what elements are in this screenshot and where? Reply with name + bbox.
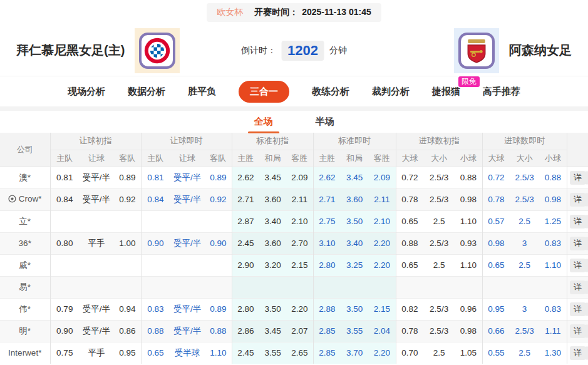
odds-cell[interactable] — [205, 210, 232, 232]
detail-button[interactable]: 详 — [570, 237, 585, 250]
odds-cell[interactable]: 0.72 — [482, 167, 510, 188]
odds-cell[interactable]: 2.85 — [313, 320, 341, 342]
odds-cell[interactable]: 0.78 — [482, 188, 510, 210]
odds-cell[interactable]: 2.5 — [510, 210, 539, 232]
odds-cell[interactable]: 3.55 — [341, 320, 368, 342]
odds-cell[interactable]: 2.62 — [313, 167, 341, 188]
odds-cell[interactable]: 受半球 — [170, 342, 205, 364]
odds-cell[interactable]: 受平/半 — [170, 188, 205, 210]
detail-button[interactable]: 详 — [570, 215, 585, 229]
odds-cell[interactable]: 2.5 — [510, 342, 539, 364]
odds-cell[interactable]: 1.11 — [539, 320, 567, 342]
odds-cell[interactable] — [170, 210, 205, 232]
odds-cell[interactable]: 2.5/3 — [510, 167, 539, 188]
odds-cell[interactable] — [482, 276, 510, 298]
odds-cell[interactable]: 0.88 — [141, 320, 170, 342]
odds-cell[interactable]: 0.66 — [482, 320, 510, 342]
detail-button[interactable]: 详 — [570, 302, 585, 316]
odds-cell[interactable] — [313, 276, 341, 298]
detail-button[interactable]: 详 — [570, 324, 585, 338]
odds-cell[interactable]: 0.65 — [482, 254, 510, 276]
odds-cell[interactable]: 2.5/3 — [510, 188, 539, 210]
odds-cell[interactable] — [170, 276, 205, 298]
odds-cell[interactable]: 0.88 — [539, 167, 567, 188]
odds-cell[interactable]: 2.80 — [313, 254, 341, 276]
odds-cell[interactable]: 3.45 — [341, 167, 368, 188]
tab-jiebao-cat[interactable]: 捷报猫 限免 — [432, 86, 460, 98]
odds-cell[interactable]: 0.65 — [141, 342, 170, 364]
odds-cell[interactable]: 2.88 — [313, 298, 341, 320]
odds-cell[interactable]: 受平/半 — [170, 167, 205, 188]
odds-cell[interactable]: 0.92 — [205, 188, 232, 210]
detail-button[interactable]: 详 — [570, 346, 585, 360]
odds-cell[interactable]: 3.10 — [313, 232, 341, 254]
tab-data-analysis[interactable]: 数据分析 — [128, 86, 165, 98]
odds-cell[interactable]: 0.95 — [482, 298, 510, 320]
odds-cell[interactable]: 3.40 — [341, 232, 368, 254]
odds-cell[interactable]: 0.89 — [205, 298, 232, 320]
odds-cell[interactable]: 3.50 — [341, 210, 368, 232]
odds-cell[interactable]: 受平/半 — [170, 232, 205, 254]
odds-cell[interactable] — [170, 254, 205, 276]
odds-cell[interactable]: 2.5/3 — [510, 320, 539, 342]
odds-cell[interactable]: 0.84 — [141, 188, 170, 210]
odds-cell[interactable]: 2.85 — [313, 342, 341, 364]
odds-cell[interactable] — [205, 276, 232, 298]
odds-cell[interactable]: 0.57 — [482, 210, 510, 232]
odds-cell[interactable]: 2.20 — [368, 342, 396, 364]
odds-cell[interactable]: 3.25 — [341, 254, 368, 276]
odds-cell[interactable]: 1.10 — [539, 254, 567, 276]
odds-cell[interactable]: 0.83 — [141, 298, 170, 320]
odds-cell[interactable]: 2.11 — [368, 188, 396, 210]
odds-cell[interactable]: 3 — [510, 298, 539, 320]
odds-cell[interactable]: 2.10 — [368, 210, 396, 232]
odds-cell[interactable] — [205, 254, 232, 276]
odds-cell[interactable]: 受平/半 — [170, 320, 205, 342]
odds-cell[interactable]: 1.25 — [539, 210, 567, 232]
tab-three-in-one[interactable]: 三合一 — [239, 81, 289, 103]
odds-cell[interactable]: 0.81 — [141, 167, 170, 188]
odds-cell[interactable]: 0.83 — [539, 298, 567, 320]
odds-cell[interactable]: 0.89 — [205, 167, 232, 188]
odds-cell[interactable]: 0.90 — [141, 232, 170, 254]
odds-cell[interactable]: 0.88 — [205, 320, 232, 342]
odds-cell[interactable]: 0.98 — [482, 232, 510, 254]
odds-cell[interactable]: 0.90 — [205, 232, 232, 254]
odds-cell[interactable]: 2.04 — [368, 320, 396, 342]
detail-button[interactable]: 详 — [570, 193, 585, 207]
odds-cell[interactable]: 3.50 — [341, 298, 368, 320]
odds-cell[interactable] — [141, 254, 170, 276]
odds-cell[interactable]: 2.09 — [368, 167, 396, 188]
subtab-half-match[interactable]: 半场 — [314, 113, 336, 130]
odds-cell[interactable]: 0.55 — [482, 342, 510, 364]
tab-expert-picks[interactable]: 高手推荐 — [483, 86, 520, 98]
odds-cell[interactable] — [141, 276, 170, 298]
odds-cell[interactable]: 2.15 — [368, 298, 396, 320]
odds-cell[interactable]: 1.10 — [205, 342, 232, 364]
odds-cell[interactable]: 0.98 — [539, 188, 567, 210]
odds-cell[interactable]: 2.5 — [510, 254, 539, 276]
odds-cell[interactable]: 1.30 — [539, 342, 567, 364]
odds-cell[interactable]: 3 — [510, 232, 539, 254]
odds-cell[interactable]: 3.60 — [341, 188, 368, 210]
odds-cell[interactable]: 3.70 — [341, 342, 368, 364]
odds-cell[interactable] — [539, 276, 567, 298]
subtab-full-match[interactable]: 全场 — [253, 113, 274, 130]
odds-cell[interactable] — [510, 276, 539, 298]
odds-cell[interactable]: 2.20 — [368, 254, 396, 276]
tab-coach-analysis[interactable]: 教练分析 — [312, 86, 349, 98]
odds-cell[interactable] — [368, 276, 396, 298]
odds-cell[interactable]: 2.75 — [313, 210, 341, 232]
odds-cell[interactable] — [141, 210, 170, 232]
tab-referee-analysis[interactable]: 裁判分析 — [372, 86, 410, 98]
odds-cell[interactable] — [341, 276, 368, 298]
odds-cell[interactable]: 0.83 — [539, 232, 567, 254]
detail-button[interactable]: 详 — [570, 259, 585, 272]
odds-cell[interactable]: 2.20 — [368, 232, 396, 254]
odds-cell[interactable]: 受平/半 — [170, 298, 205, 320]
odds-cell[interactable]: 2.71 — [313, 188, 341, 210]
detail-button[interactable]: 详 — [570, 171, 585, 185]
tab-live-analysis[interactable]: 现场分析 — [68, 86, 105, 98]
tab-win-draw-loss[interactable]: 胜平负 — [188, 86, 216, 98]
detail-button[interactable]: 详 — [570, 280, 585, 294]
